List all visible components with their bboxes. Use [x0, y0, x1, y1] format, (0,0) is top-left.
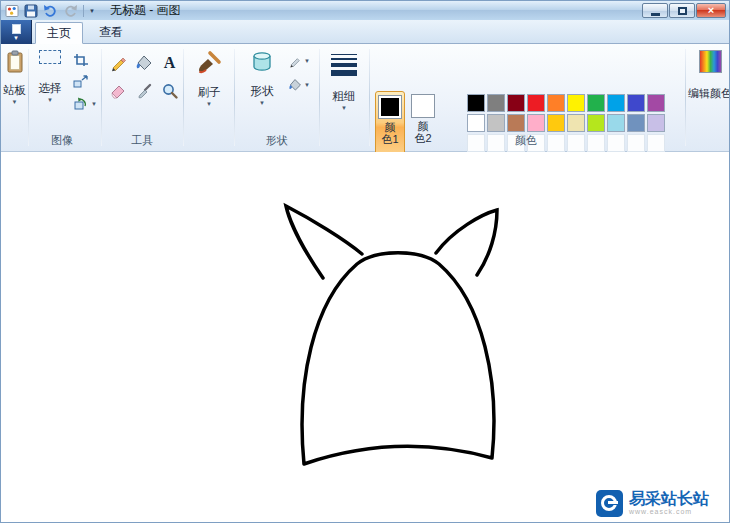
palette-swatch[interactable] — [647, 114, 665, 132]
minimize-button[interactable] — [642, 3, 668, 18]
shape-outline-icon — [288, 54, 302, 68]
eyedropper-icon — [135, 82, 153, 100]
palette-swatch[interactable] — [527, 114, 545, 132]
resize-button[interactable] — [73, 75, 89, 89]
watermark-logo-icon — [596, 490, 623, 517]
palette-swatch[interactable] — [507, 94, 525, 112]
color2-button[interactable]: 颜 色2 — [408, 91, 438, 161]
group-separator — [101, 49, 102, 146]
qat-separator — [83, 5, 84, 17]
maximize-icon — [678, 7, 687, 15]
paste-label-partial: 站板 — [3, 84, 26, 97]
drawing-canvas[interactable]: 易采站长站 www.easck.com — [1, 152, 730, 523]
application-menu-button[interactable]: ▼ — [1, 20, 32, 44]
color1-swatch — [379, 96, 401, 118]
paste-button[interactable]: 站板 ▼ — [1, 50, 28, 106]
eraser-tool-button[interactable] — [105, 78, 130, 104]
palette-swatch[interactable] — [627, 94, 645, 112]
group-separator — [234, 49, 235, 146]
save-button[interactable] — [24, 4, 38, 18]
text-tool-button[interactable]: A — [157, 50, 182, 76]
shapes-icon — [250, 50, 274, 74]
ribbon-tab-row: ▼ 主页 查看 — [1, 20, 729, 44]
close-icon: × — [708, 5, 714, 16]
group-separator — [28, 49, 29, 146]
select-caret-icon: ▼ — [47, 97, 53, 104]
resize-icon — [73, 75, 89, 89]
palette-swatch[interactable] — [587, 114, 605, 132]
colors-group-label: 颜色 — [371, 133, 681, 148]
palette-swatch[interactable] — [627, 114, 645, 132]
paint-canvas-surface[interactable] — [1, 152, 730, 523]
drawing-hat-dome — [302, 253, 494, 464]
rotate-button[interactable]: ▼ — [73, 97, 97, 111]
palette-swatch[interactable] — [587, 94, 605, 112]
shapes-button-label: 形状 — [251, 85, 274, 98]
palette-swatch[interactable] — [567, 114, 585, 132]
brushes-button[interactable]: 刷子 ▼ — [189, 50, 229, 108]
undo-button[interactable] — [43, 4, 58, 17]
shapes-button[interactable]: 形状 ▼ — [241, 50, 283, 107]
title-bar: ▼ 无标题 - 画图 × — [1, 1, 729, 20]
palette-swatch[interactable] — [567, 94, 585, 112]
drawing-right-ear — [436, 210, 497, 275]
tab-view[interactable]: 查看 — [87, 22, 135, 44]
crop-icon — [73, 53, 89, 67]
app-icon — [5, 4, 19, 18]
crop-button[interactable] — [73, 53, 89, 67]
palette-swatch[interactable] — [487, 94, 505, 112]
fill-tool-button[interactable] — [131, 50, 156, 76]
paste-caret-icon: ▼ — [12, 99, 18, 106]
group-separator — [369, 49, 370, 146]
palette-swatch[interactable] — [607, 114, 625, 132]
palette-swatch[interactable] — [487, 114, 505, 132]
shape-fill-icon — [288, 78, 302, 92]
eraser-icon — [109, 82, 127, 100]
size-lines-icon — [331, 50, 357, 76]
color-picker-tool-button[interactable] — [131, 78, 156, 104]
edit-colors-button[interactable]: 编辑颜色 — [689, 50, 730, 100]
shape-fill-button[interactable]: ▼ — [288, 78, 310, 92]
select-button[interactable]: 选择 ▼ — [31, 50, 69, 104]
palette-swatch[interactable] — [647, 94, 665, 112]
palette-swatch[interactable] — [467, 114, 485, 132]
fill-bucket-icon — [135, 54, 153, 72]
drawing-left-ear — [286, 206, 362, 278]
group-separator — [319, 49, 320, 146]
shapes-caret-icon: ▼ — [259, 100, 265, 107]
menu-page-icon — [12, 24, 21, 34]
close-button[interactable]: × — [696, 3, 726, 18]
palette-swatch[interactable] — [527, 94, 545, 112]
rotate-icon — [73, 97, 89, 111]
edit-colors-icon — [699, 50, 722, 73]
maximize-button[interactable] — [669, 3, 695, 18]
palette-swatch[interactable] — [547, 114, 565, 132]
size-button[interactable]: 粗细 ▼ — [323, 50, 365, 112]
paint-window: ▼ 无标题 - 画图 × ▼ 主页 查看 站 — [0, 0, 730, 523]
tab-home[interactable]: 主页 — [35, 22, 83, 44]
qat-dropdown-caret-icon[interactable]: ▼ — [89, 8, 95, 14]
color1-button[interactable]: 颜 色1 — [375, 91, 405, 161]
brushes-label: 刷子 — [198, 86, 221, 99]
palette-swatch[interactable] — [547, 94, 565, 112]
shape-outline-caret-icon: ▼ — [304, 58, 310, 65]
color2-swatch — [412, 95, 434, 117]
image-group-label: 图像 — [27, 133, 97, 148]
palette-swatch[interactable] — [507, 114, 525, 132]
shape-fill-caret-icon: ▼ — [304, 82, 310, 89]
pencil-tool-button[interactable] — [105, 50, 130, 76]
palette-swatch[interactable] — [467, 94, 485, 112]
window-title: 无标题 - 画图 — [110, 2, 181, 19]
magnifier-icon — [161, 82, 179, 100]
text-tool-icon: A — [164, 55, 176, 71]
redo-button[interactable] — [63, 4, 78, 17]
group-separator — [183, 49, 184, 146]
tools-group-label: 工具 — [103, 133, 181, 148]
shape-outline-button[interactable]: ▼ — [288, 54, 310, 68]
size-caret-icon: ▼ — [341, 105, 347, 112]
magnifier-tool-button[interactable] — [157, 78, 182, 104]
palette-swatch[interactable] — [607, 94, 625, 112]
shapes-group-label: 形状 — [235, 133, 319, 148]
select-rectangle-icon — [39, 50, 61, 64]
select-label: 选择 — [39, 82, 62, 95]
